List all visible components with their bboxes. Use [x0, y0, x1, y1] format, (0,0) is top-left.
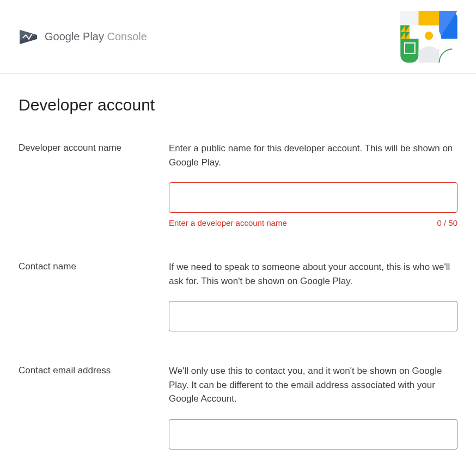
brand-secondary: Console	[104, 30, 147, 42]
input-contact-email[interactable]	[169, 419, 457, 449]
counter-account-name: 0 / 50	[437, 218, 457, 227]
input-account-name[interactable]	[169, 182, 457, 213]
header: Google Play Console	[0, 0, 476, 74]
brand-primary: Google Play	[45, 30, 104, 42]
label-account-name: Developer account name	[19, 143, 169, 153]
error-account-name: Enter a developer account name	[169, 218, 287, 227]
svg-point-13	[425, 32, 433, 40]
label-contact-name: Contact name	[19, 261, 169, 272]
content: Developer account Developer account name…	[0, 74, 476, 449]
header-illustration	[400, 11, 457, 63]
help-contact-name: If we need to speak to someone about you…	[169, 260, 457, 288]
help-account-name: Enter a public name for this developer a…	[169, 141, 457, 169]
label-contact-email: Contact email address	[19, 365, 169, 376]
brand-logo: Google Play Console	[19, 29, 147, 45]
brand-text: Google Play Console	[45, 30, 147, 43]
help-contact-email: We'll only use this to contact you, and …	[169, 364, 457, 406]
field-contact-email: Contact email address We'll only use thi…	[19, 364, 457, 449]
play-console-icon	[19, 29, 39, 45]
page-title: Developer account	[19, 96, 457, 114]
input-contact-name[interactable]	[169, 301, 457, 331]
field-account-name: Developer account name Enter a public na…	[19, 141, 457, 227]
svg-rect-4	[419, 11, 440, 26]
field-contact-name: Contact name If we need to speak to some…	[19, 260, 457, 331]
svg-rect-15	[419, 49, 440, 63]
